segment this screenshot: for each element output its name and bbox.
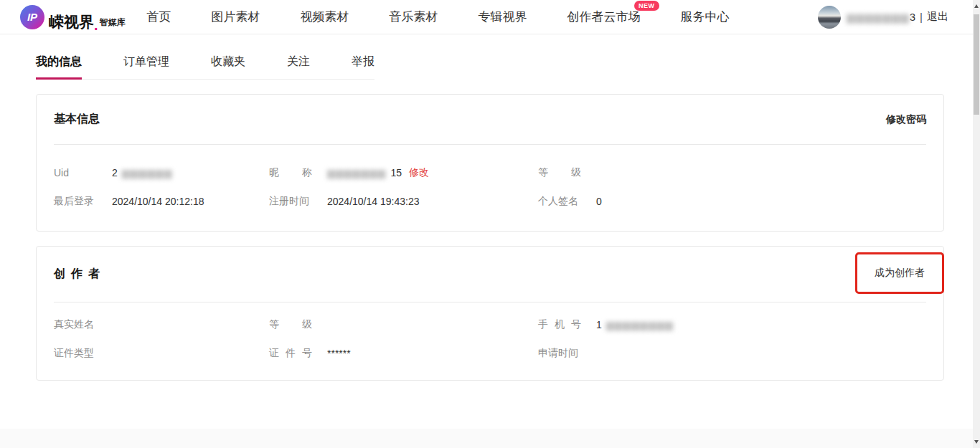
- field-phone-label: 手机号: [538, 318, 581, 331]
- field-level-label: 等级: [538, 166, 581, 179]
- brand-logo[interactable]: IP 嵘视界 . 智媒库: [20, 5, 126, 29]
- field-level: 等级: [538, 158, 926, 187]
- brand-name: 嵘视界: [49, 14, 94, 29]
- creator-card: 创作者 成为创作者 真实姓名 等级 手机号 1▆▆▆▆▆▆▆▆ 证件类型: [36, 246, 944, 381]
- nickname-edit-link[interactable]: 修改: [409, 166, 429, 179]
- username-redacted: ▆▆▆▆▆▆▆: [847, 11, 910, 23]
- profile-tabs: 我的信息 订单管理 收藏夹 关注 举报: [36, 54, 374, 80]
- basic-info-fields: Uid 2▆▆▆▆▆▆ 昵称 ▆▆▆▆▆▆▆15 修改 等级 最后登录 2024…: [37, 145, 943, 231]
- nav-item-images[interactable]: 图片素材: [212, 9, 260, 25]
- nickname-redacted: ▆▆▆▆▆▆▆: [327, 167, 386, 178]
- field-uid-value: 2▆▆▆▆▆▆: [112, 167, 172, 178]
- field-signature-label: 个人签名: [538, 195, 581, 208]
- scrollbar-thumb[interactable]: [974, 14, 979, 115]
- become-creator-button[interactable]: 成为创作者: [875, 267, 925, 280]
- field-phone-value: 1▆▆▆▆▆▆▆▆: [596, 319, 674, 330]
- basic-info-title: 基本信息: [54, 112, 100, 127]
- field-signature-value: 0: [596, 196, 602, 207]
- field-apply-time: 申请时间: [538, 339, 926, 368]
- annotation-highlight-box: 成为创作者: [855, 252, 944, 294]
- field-nickname-value: ▆▆▆▆▆▆▆15 修改: [327, 166, 429, 179]
- nav-item-creator-market[interactable]: 创作者云市场 NEW: [567, 9, 641, 25]
- username[interactable]: ▆▆▆▆▆▆▆3: [847, 11, 915, 24]
- field-creator-level: 等级: [269, 310, 538, 339]
- basic-info-card: 基本信息 修改密码 Uid 2▆▆▆▆▆▆ 昵称 ▆▆▆▆▆▆▆15 修改 等级: [36, 94, 944, 232]
- field-real-name-label: 真实姓名: [54, 318, 97, 331]
- field-id-type-label: 证件类型: [54, 347, 97, 360]
- field-uid: Uid 2▆▆▆▆▆▆: [54, 158, 269, 187]
- field-nickname: 昵称 ▆▆▆▆▆▆▆15 修改: [269, 158, 538, 187]
- scrollbar-up-arrow-icon[interactable]: [974, 4, 979, 8]
- user-avatar[interactable]: [818, 6, 841, 29]
- basic-info-header: 基本信息 修改密码: [37, 95, 943, 144]
- nav-item-albums[interactable]: 专辑视界: [479, 9, 527, 25]
- field-last-login: 最后登录 2024/10/14 20:12:18: [54, 187, 269, 216]
- nickname-suffix: 15: [390, 167, 402, 178]
- field-uid-label: Uid: [54, 167, 97, 178]
- active-tab-underline: [36, 77, 82, 80]
- phone-redacted: ▆▆▆▆▆▆▆▆: [606, 319, 674, 330]
- creator-title: 创作者: [54, 267, 105, 282]
- field-id-number: 证件号 ******: [269, 339, 538, 368]
- field-apply-time-label: 申请时间: [538, 347, 581, 360]
- change-password-link[interactable]: 修改密码: [886, 113, 926, 126]
- brand-tagline: 智媒库: [100, 16, 126, 29]
- username-suffix: 3: [910, 11, 915, 23]
- creator-header: 创作者: [37, 247, 943, 302]
- field-id-number-label: 证件号: [269, 347, 312, 360]
- creator-fields: 真实姓名 等级 手机号 1▆▆▆▆▆▆▆▆ 证件类型 证件号 ******: [37, 302, 943, 380]
- tab-my-info-label: 我的信息: [36, 55, 82, 67]
- top-nav: IP 嵘视界 . 智媒库 首页 图片素材 视频素材 音乐素材 专辑视界 创作者云…: [0, 0, 980, 34]
- tab-favorites[interactable]: 收藏夹: [211, 54, 245, 79]
- uid-redacted: ▆▆▆▆▆▆: [122, 167, 173, 178]
- phone-prefix: 1: [596, 319, 602, 330]
- field-real-name: 真实姓名: [54, 310, 269, 339]
- separator: |: [920, 11, 923, 23]
- tab-follow[interactable]: 关注: [287, 54, 310, 79]
- field-creator-level-label: 等级: [269, 318, 312, 331]
- field-last-login-label: 最后登录: [54, 195, 97, 208]
- field-register-time-value: 2024/10/14 19:43:23: [327, 196, 419, 207]
- nav-item-music[interactable]: 音乐素材: [390, 9, 438, 25]
- nav-item-home[interactable]: 首页: [147, 9, 171, 25]
- new-badge: NEW: [634, 1, 659, 11]
- tab-orders[interactable]: 订单管理: [123, 54, 169, 79]
- field-id-type: 证件类型: [54, 339, 269, 368]
- field-id-number-value: ******: [327, 348, 351, 359]
- field-phone: 手机号 1▆▆▆▆▆▆▆▆: [538, 310, 926, 339]
- field-last-login-value: 2024/10/14 20:12:18: [112, 196, 204, 207]
- field-register-time: 注册时间 2024/10/14 19:43:23: [269, 187, 538, 216]
- brand-dot: .: [94, 21, 98, 29]
- main-content: 基本信息 修改密码 Uid 2▆▆▆▆▆▆ 昵称 ▆▆▆▆▆▆▆15 修改 等级: [0, 94, 980, 381]
- brand-logo-icon: IP: [20, 5, 44, 29]
- scrollbar[interactable]: [973, 0, 980, 448]
- logout-link[interactable]: 退出: [927, 10, 948, 24]
- field-nickname-label: 昵称: [269, 166, 312, 179]
- scrollbar-down-arrow-icon[interactable]: [974, 440, 979, 444]
- user-account-area: ▆▆▆▆▆▆▆3 | 退出: [818, 6, 948, 29]
- tab-my-info[interactable]: 我的信息: [36, 54, 82, 79]
- main-nav: 首页 图片素材 视频素材 音乐素材 专辑视界 创作者云市场 NEW 服务中心: [147, 9, 730, 25]
- footer-strip: [0, 429, 980, 448]
- field-signature: 个人签名 0: [538, 187, 926, 216]
- uid-prefix: 2: [112, 167, 118, 178]
- field-register-time-label: 注册时间: [269, 195, 312, 208]
- tab-report[interactable]: 举报: [352, 54, 374, 79]
- nav-item-videos[interactable]: 视频素材: [301, 9, 349, 25]
- nav-item-service-center[interactable]: 服务中心: [681, 9, 730, 25]
- nav-item-creator-market-label: 创作者云市场: [567, 10, 641, 24]
